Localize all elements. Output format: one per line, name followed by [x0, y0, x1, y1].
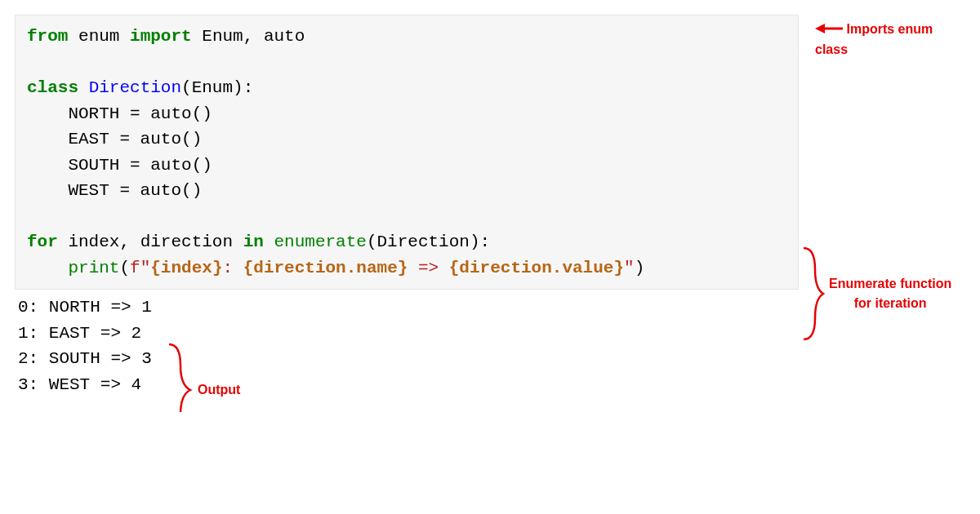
output-line: 1: EAST => 2: [18, 324, 141, 343]
func-enumerate: enumerate: [274, 233, 366, 251]
code-text: (Enum):: [181, 78, 253, 97]
brace-output: [166, 341, 190, 412]
code-block: from enum import Enum, auto class Direct…: [15, 15, 799, 290]
class-name: Direction: [89, 78, 181, 97]
fstring-interp: {direction.name}: [243, 259, 408, 277]
svg-marker-1: [815, 24, 825, 33]
code-text: enum: [68, 27, 130, 46]
code-line: EAST = auto(): [27, 130, 202, 148]
str-prefix: f": [130, 259, 150, 277]
kw-class: class: [27, 78, 78, 97]
indent: [27, 259, 68, 277]
arrow-left-icon: [815, 20, 843, 40]
annotation-enumerate: Enumerate function for iteration: [829, 274, 951, 313]
code-line: SOUTH = auto(): [27, 156, 212, 175]
code-text: index, direction: [58, 233, 243, 251]
fstring-interp: {index}: [150, 259, 222, 277]
figure-wrapper: Imports enum class from enum import Enum…: [15, 15, 965, 397]
annotation-enumerate-line2: for iteration: [829, 294, 951, 313]
paren: ): [635, 259, 645, 277]
annotation-output: Output: [198, 380, 240, 400]
str-suffix: ": [624, 259, 635, 277]
output-line: 2: SOUTH => 3: [18, 349, 152, 368]
kw-from: from: [27, 27, 68, 46]
curly-brace-icon: [800, 245, 823, 343]
code-line: WEST = auto(): [27, 181, 202, 200]
space: [264, 233, 274, 251]
func-print: print: [68, 259, 119, 277]
annotation-imports: Imports enum class: [815, 20, 965, 60]
output-line: 0: NORTH => 1: [18, 298, 152, 317]
str-part: :: [222, 259, 243, 277]
space: [78, 78, 89, 97]
paren: (: [119, 259, 130, 277]
kw-for: for: [27, 233, 58, 251]
str-part: =>: [408, 259, 448, 277]
annotation-enumerate-line1: Enumerate function: [829, 274, 951, 294]
output-line: 3: WEST => 4: [18, 375, 141, 394]
kw-in: in: [243, 233, 264, 251]
fstring-interp: {direction.value}: [449, 259, 624, 277]
curly-brace-icon: [166, 341, 190, 412]
code-text: (Direction):: [367, 233, 490, 251]
code-text: Enum, auto: [192, 27, 305, 46]
code-line: NORTH = auto(): [27, 104, 212, 123]
kw-import: import: [130, 27, 192, 46]
brace-enumerate: [800, 245, 823, 348]
annotation-output-text: Output: [198, 383, 240, 397]
